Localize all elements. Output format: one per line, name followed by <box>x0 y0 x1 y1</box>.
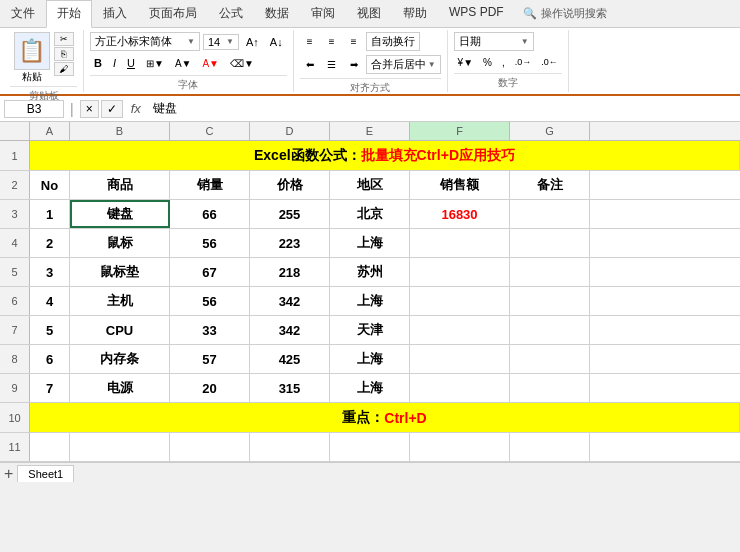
cell-6-g[interactable] <box>510 287 590 315</box>
cell-2-c[interactable]: 销量 <box>170 171 250 199</box>
cell-2-g[interactable]: 备注 <box>510 171 590 199</box>
align-right-button[interactable]: ➡ <box>344 55 364 73</box>
cell-6-b[interactable]: 主机 <box>70 287 170 315</box>
cell-11-b[interactable] <box>70 433 170 461</box>
cell-10-merged[interactable]: 重点：Ctrl+D <box>30 403 740 432</box>
cell-5-g[interactable] <box>510 258 590 286</box>
cell-8-f[interactable] <box>410 345 510 373</box>
align-left-button[interactable]: ⬅ <box>300 55 320 73</box>
tab-page-layout[interactable]: 页面布局 <box>138 0 208 27</box>
cell-8-e[interactable]: 上海 <box>330 345 410 373</box>
cell-4-g[interactable] <box>510 229 590 257</box>
cell-2-a[interactable]: No <box>30 171 70 199</box>
tab-file[interactable]: 文件 <box>0 0 46 27</box>
cell-2-d[interactable]: 价格 <box>250 171 330 199</box>
decrease-decimal-button[interactable]: .0← <box>537 55 562 70</box>
cell-7-c[interactable]: 33 <box>170 316 250 344</box>
cell-5-f[interactable] <box>410 258 510 286</box>
cell-8-d[interactable]: 425 <box>250 345 330 373</box>
align-top-center-button[interactable]: ≡ <box>322 32 342 50</box>
cell-3-a[interactable]: 1 <box>30 200 70 228</box>
cell-3-g[interactable] <box>510 200 590 228</box>
cell-4-f[interactable] <box>410 229 510 257</box>
currency-button[interactable]: ¥▼ <box>454 55 477 70</box>
paste-button[interactable]: 📋 粘贴 <box>14 32 50 84</box>
comma-button[interactable]: , <box>498 55 509 70</box>
tab-home[interactable]: 开始 <box>46 0 92 28</box>
cell-reference-input[interactable]: B3 <box>4 100 64 118</box>
cell-7-b[interactable]: CPU <box>70 316 170 344</box>
cell-5-b[interactable]: 鼠标垫 <box>70 258 170 286</box>
copy-button[interactable]: ⎘ <box>54 47 74 61</box>
cell-9-g[interactable] <box>510 374 590 402</box>
increase-font-button[interactable]: A↑ <box>242 34 263 50</box>
col-header-d[interactable]: D <box>250 122 330 140</box>
cell-8-c[interactable]: 57 <box>170 345 250 373</box>
cell-5-d[interactable]: 218 <box>250 258 330 286</box>
cell-11-e[interactable] <box>330 433 410 461</box>
bold-button[interactable]: B <box>90 55 106 71</box>
align-top-right-button[interactable]: ≡ <box>344 32 364 50</box>
add-sheet-button[interactable]: + <box>4 465 13 483</box>
underline-button[interactable]: U <box>123 55 139 71</box>
fill-color-button[interactable]: A▼ <box>171 56 196 71</box>
cell-11-f[interactable] <box>410 433 510 461</box>
cell-2-b[interactable]: 商品 <box>70 171 170 199</box>
clear-format-button[interactable]: ⌫▼ <box>226 56 258 71</box>
cell-8-a[interactable]: 6 <box>30 345 70 373</box>
cell-6-f[interactable] <box>410 287 510 315</box>
tab-review[interactable]: 审阅 <box>300 0 346 27</box>
col-header-f[interactable]: F <box>410 122 510 140</box>
formula-input[interactable] <box>149 101 736 117</box>
tab-wps-pdf[interactable]: WPS PDF <box>438 0 515 27</box>
decrease-font-button[interactable]: A↓ <box>266 34 287 50</box>
align-center-button[interactable]: ☰ <box>322 55 342 73</box>
font-size-dropdown[interactable]: 14 ▼ <box>203 34 239 50</box>
font-name-dropdown[interactable]: 方正小标宋简体 ▼ <box>90 32 200 51</box>
sheet-tab-1[interactable]: Sheet1 <box>17 465 74 482</box>
cell-3-f[interactable]: 16830 <box>410 200 510 228</box>
cell-11-g[interactable] <box>510 433 590 461</box>
tab-insert[interactable]: 插入 <box>92 0 138 27</box>
cell-4-b[interactable]: 鼠标 <box>70 229 170 257</box>
cell-9-f[interactable] <box>410 374 510 402</box>
col-header-g[interactable]: G <box>510 122 590 140</box>
cell-9-a[interactable]: 7 <box>30 374 70 402</box>
tab-view[interactable]: 视图 <box>346 0 392 27</box>
cell-2-f[interactable]: 销售额 <box>410 171 510 199</box>
cell-4-d[interactable]: 223 <box>250 229 330 257</box>
italic-button[interactable]: I <box>109 55 120 71</box>
cell-6-c[interactable]: 56 <box>170 287 250 315</box>
cell-1-merged[interactable]: Excel函数公式：批量填充Ctrl+D应用技巧 <box>30 141 740 170</box>
number-format-dropdown[interactable]: 日期 ▼ <box>454 32 534 51</box>
cell-3-d[interactable]: 255 <box>250 200 330 228</box>
tab-formula[interactable]: 公式 <box>208 0 254 27</box>
cell-9-d[interactable]: 315 <box>250 374 330 402</box>
cell-4-c[interactable]: 56 <box>170 229 250 257</box>
cell-11-d[interactable] <box>250 433 330 461</box>
cell-11-c[interactable] <box>170 433 250 461</box>
cell-3-b[interactable]: 键盘 <box>70 200 170 228</box>
format-painter-button[interactable]: 🖌 <box>54 62 74 76</box>
cell-4-a[interactable]: 2 <box>30 229 70 257</box>
cell-3-e[interactable]: 北京 <box>330 200 410 228</box>
cell-6-d[interactable]: 342 <box>250 287 330 315</box>
tab-help[interactable]: 帮助 <box>392 0 438 27</box>
wrap-text-button[interactable]: 自动换行 <box>366 32 420 51</box>
cell-7-a[interactable]: 5 <box>30 316 70 344</box>
search-label[interactable]: 操作说明搜索 <box>541 6 607 21</box>
cell-9-e[interactable]: 上海 <box>330 374 410 402</box>
cell-5-a[interactable]: 3 <box>30 258 70 286</box>
col-header-e[interactable]: E <box>330 122 410 140</box>
cell-3-c[interactable]: 66 <box>170 200 250 228</box>
cell-7-f[interactable] <box>410 316 510 344</box>
cell-9-b[interactable]: 电源 <box>70 374 170 402</box>
tab-data[interactable]: 数据 <box>254 0 300 27</box>
percent-button[interactable]: % <box>479 55 496 70</box>
cell-8-b[interactable]: 内存条 <box>70 345 170 373</box>
cell-9-c[interactable]: 20 <box>170 374 250 402</box>
cell-2-e[interactable]: 地区 <box>330 171 410 199</box>
cell-6-a[interactable]: 4 <box>30 287 70 315</box>
merge-center-button[interactable]: 合并后居中 ▼ <box>366 55 441 74</box>
cancel-formula-button[interactable]: × <box>80 100 99 118</box>
